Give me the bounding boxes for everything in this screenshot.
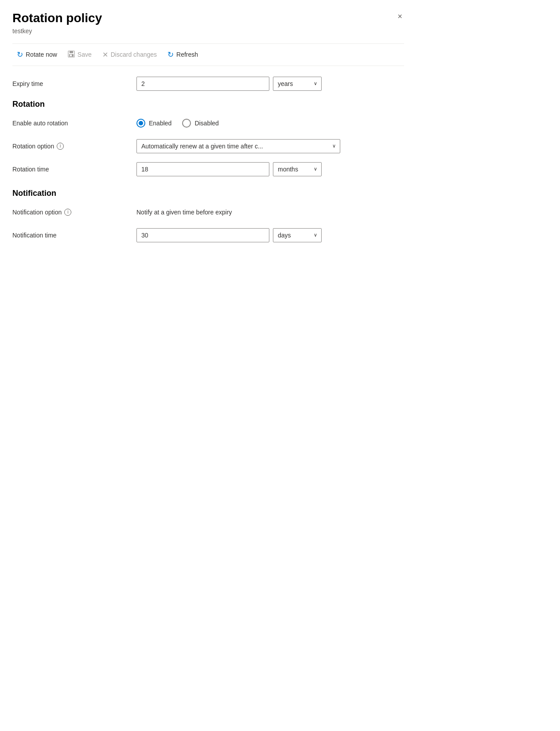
notification-option-value: Notify at a given time before expiry — [136, 209, 232, 216]
rotation-time-row: Rotation time months days years ∨ — [12, 162, 404, 176]
notification-option-row: Notification option i Notify at a given … — [12, 205, 404, 219]
auto-rotation-disabled-label: Disabled — [194, 120, 218, 127]
notification-time-unit-wrapper: days months years ∨ — [273, 228, 322, 242]
refresh-button[interactable]: ↻ Refresh — [163, 47, 202, 62]
rotation-policy-panel: Rotation policy testkey × ↻ Rotate now S… — [0, 0, 416, 267]
auto-rotation-radio-group: Enabled Disabled — [136, 119, 219, 128]
expiry-time-label: Expiry time — [12, 80, 136, 87]
close-button[interactable]: × — [396, 11, 404, 22]
refresh-icon: ↻ — [167, 50, 174, 59]
notification-time-controls: days months years ∨ — [136, 228, 404, 242]
notification-time-label: Notification time — [12, 232, 136, 239]
auto-rotation-controls: Enabled Disabled — [136, 119, 404, 128]
notification-section-title: Notification — [12, 189, 404, 198]
svg-rect-1 — [70, 51, 73, 53]
expiry-time-unit-wrapper: years months days ∨ — [273, 77, 322, 91]
auto-rotation-label: Enable auto rotation — [12, 120, 136, 127]
notification-time-unit-select[interactable]: days months years — [273, 228, 322, 242]
rotation-time-unit-select[interactable]: months days years — [273, 162, 322, 176]
rotation-time-input[interactable] — [136, 162, 269, 176]
rotation-option-select[interactable]: Automatically renew at a given time afte… — [136, 139, 340, 153]
panel-subtitle: testkey — [12, 27, 102, 35]
auto-rotation-disabled-radio[interactable] — [182, 119, 191, 128]
notification-section: Notification Notification option i Notif… — [12, 189, 404, 242]
rotation-option-label: Rotation option i — [12, 143, 136, 150]
rotate-now-button[interactable]: ↻ Rotate now — [12, 47, 62, 62]
expiry-time-controls: years months days ∨ — [136, 77, 404, 91]
save-label: Save — [78, 51, 92, 58]
rotate-now-label: Rotate now — [26, 51, 57, 58]
save-button[interactable]: Save — [63, 48, 96, 62]
rotate-now-icon: ↻ — [17, 50, 23, 59]
rotation-option-info-icon[interactable]: i — [57, 143, 64, 150]
notification-time-row: Notification time days months years ∨ — [12, 228, 404, 242]
rotation-section-title: Rotation — [12, 100, 404, 109]
rotation-option-wrapper: Automatically renew at a given time afte… — [136, 139, 340, 153]
toolbar: ↻ Rotate now Save ✕ Discard changes ↻ Re… — [12, 43, 404, 66]
rotation-time-controls: months days years ∨ — [136, 162, 404, 176]
svg-rect-3 — [70, 54, 72, 56]
rotation-time-unit-wrapper: months days years ∨ — [273, 162, 322, 176]
expiry-time-row: Expiry time years months days ∨ — [12, 77, 404, 91]
auto-rotation-disabled-option[interactable]: Disabled — [182, 119, 218, 128]
header-text-group: Rotation policy testkey — [12, 11, 102, 42]
rotation-section: Rotation Enable auto rotation Enabled Di… — [12, 100, 404, 176]
panel-title: Rotation policy — [12, 11, 102, 26]
discard-icon: ✕ — [102, 51, 108, 59]
rotation-option-row: Rotation option i Automatically renew at… — [12, 139, 404, 153]
notification-option-info-icon[interactable]: i — [64, 209, 71, 216]
panel-header: Rotation policy testkey × — [12, 11, 404, 42]
auto-rotation-enabled-option[interactable]: Enabled — [136, 119, 171, 128]
notification-option-controls: Notify at a given time before expiry — [136, 209, 404, 216]
expiry-time-unit-select[interactable]: years months days — [273, 77, 322, 91]
discard-label: Discard changes — [111, 51, 157, 58]
rotation-time-label: Rotation time — [12, 166, 136, 173]
rotation-option-controls: Automatically renew at a given time afte… — [136, 139, 404, 153]
auto-rotation-enabled-radio[interactable] — [136, 119, 145, 128]
auto-rotation-row: Enable auto rotation Enabled Disabled — [12, 116, 404, 130]
discard-changes-button[interactable]: ✕ Discard changes — [98, 48, 161, 62]
auto-rotation-enabled-label: Enabled — [149, 120, 171, 127]
expiry-time-input[interactable] — [136, 77, 269, 91]
notification-option-label: Notification option i — [12, 209, 136, 216]
notification-time-input[interactable] — [136, 228, 269, 242]
refresh-label: Refresh — [176, 51, 198, 58]
save-icon — [68, 51, 75, 59]
